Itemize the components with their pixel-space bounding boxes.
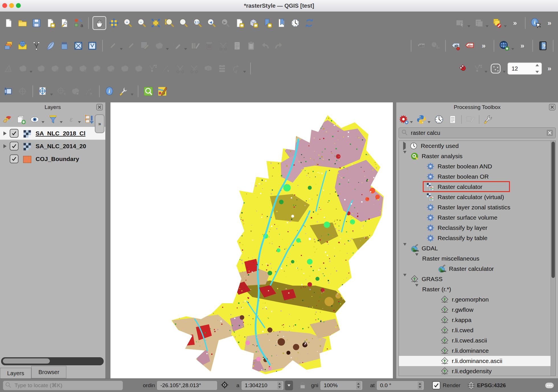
plugin-settings[interactable] [117, 85, 130, 98]
identify-features[interactable]: i [529, 17, 542, 29]
tree-item-label[interactable]: r.li.edgedensity [452, 368, 492, 375]
dropdown-arrow-icon[interactable] [50, 94, 53, 96]
metasearch[interactable] [498, 40, 510, 52]
stepper[interactable] [356, 381, 361, 389]
project-new[interactable] [2, 17, 15, 29]
new-temporary-scratch-layer[interactable] [86, 40, 99, 52]
enable-snapping[interactable] [457, 62, 470, 75]
zoom-native[interactable]: 1:1 [191, 17, 204, 29]
coordinate-field[interactable]: -26.105°,28.013° [157, 381, 218, 390]
dropdown-arrow-icon[interactable] [30, 71, 32, 73]
close-window-button[interactable] [2, 3, 7, 8]
pan-map[interactable] [93, 16, 106, 30]
processing-scripts-icon[interactable] [416, 114, 426, 125]
collapse-arrow-icon[interactable] [403, 276, 406, 282]
tree-item-label[interactable]: Raster analysis [422, 153, 463, 160]
scrollbar-thumb[interactable] [3, 358, 50, 364]
new-virtual-layer[interactable] [72, 40, 85, 52]
results-viewer-icon[interactable] [448, 114, 458, 125]
toolbar-extension[interactable]: » [543, 62, 556, 75]
new-spatialite-layer[interactable] [58, 40, 71, 52]
dock-tab-browser[interactable]: Browser [31, 366, 66, 378]
tree-group[interactable]: Raster analysis [399, 151, 555, 161]
stepper[interactable] [536, 64, 540, 73]
tree-group[interactable]: Raster (r.*) [399, 284, 555, 294]
tree-item-label[interactable]: Recently used [421, 143, 459, 149]
render-checkbox[interactable] [432, 381, 440, 389]
minimize-window-button[interactable] [9, 3, 14, 8]
tree-item-label[interactable]: Raster miscellaneous [422, 255, 479, 262]
show-spatial-bookmarks[interactable] [275, 17, 288, 29]
snapping-tolerance[interactable]: 12 [508, 63, 542, 75]
osm-edit-plugin[interactable] [156, 85, 169, 98]
new-geopackage-layer[interactable] [30, 40, 43, 52]
tree-item-label[interactable]: GRASS [422, 276, 443, 282]
tree-algorithm[interactable]: Raster layer zonal statistics [399, 202, 555, 212]
dropdown-arrow-icon[interactable] [467, 25, 470, 27]
layers-toolbar-more-button[interactable]: » [95, 114, 104, 133]
dropdown-arrow-icon[interactable] [485, 71, 487, 73]
new-spatial-bookmark[interactable] [261, 17, 274, 29]
tree-algorithm[interactable]: Reclassify by table [399, 233, 555, 243]
expand-arrow-icon[interactable] [0, 144, 10, 148]
tree-item-label[interactable]: Reclassify by table [438, 235, 487, 242]
zoom-last[interactable]: ◀ [205, 17, 218, 29]
magnifier-field[interactable]: 100% [320, 381, 363, 390]
temporal-controller[interactable] [289, 17, 301, 29]
tree-item-label[interactable]: Raster (r.*) [422, 286, 451, 293]
tree-algorithm[interactable]: Raster boolean AND [399, 161, 555, 172]
dropdown-arrow-icon[interactable] [428, 121, 430, 123]
layer-checkbox[interactable] [10, 154, 19, 163]
scale-field[interactable]: 1:304210 [241, 381, 284, 390]
zoom-full[interactable] [149, 17, 162, 29]
tree-algorithm[interactable]: r.gwflow [399, 305, 555, 315]
layer-checkbox[interactable] [10, 142, 19, 150]
open-layer-styling-icon[interactable] [2, 114, 13, 125]
layer-item[interactable]: SA_NLC_2014_20 [0, 140, 105, 152]
collapse-arrow-icon[interactable] [403, 153, 406, 159]
tree-item-label[interactable]: r.li.cwed.ascii [452, 337, 487, 344]
expand-arrow-icon[interactable] [403, 143, 406, 148]
processing-search-input[interactable] [399, 127, 556, 138]
processing-models-icon[interactable] [399, 114, 409, 125]
tree-item-label[interactable]: Raster layer zonal statistics [438, 204, 510, 211]
dropdown-arrow-icon[interactable] [503, 71, 506, 73]
tree-algorithm[interactable]: Raster calculator [399, 182, 555, 192]
map-canvas[interactable] [110, 102, 393, 378]
pan-to-selection[interactable] [108, 17, 120, 29]
deselect-all-layers[interactable] [491, 17, 503, 29]
crs-value[interactable]: EPSG:4326 [477, 382, 506, 389]
tree-algorithm[interactable]: Raster calculator (virtual) [399, 192, 555, 202]
toolbar-extension[interactable]: » [477, 40, 490, 52]
tree-algorithm[interactable]: r.geomorphon [399, 294, 555, 305]
refresh-map[interactable] [303, 17, 315, 29]
close-icon[interactable] [548, 103, 556, 111]
highlight-labels[interactable]: abc [463, 40, 476, 52]
render-toggle[interactable]: Render [432, 381, 460, 389]
new-3d-map-view[interactable] [247, 17, 260, 29]
collapse-arrow-icon[interactable] [403, 245, 406, 251]
dropdown-arrow-icon[interactable] [166, 48, 169, 50]
layer-checkbox[interactable] [10, 129, 19, 138]
style-manager[interactable]: a [72, 17, 85, 29]
tree-item-label[interactable]: Raster boolean AND [438, 163, 492, 170]
scrollbar-thumb[interactable] [551, 142, 555, 278]
dock-tab-layers[interactable]: Layers [0, 368, 31, 378]
tree-algorithm[interactable]: Raster surface volume [399, 212, 555, 223]
dropdown-arrow-icon[interactable] [60, 121, 63, 123]
layer-item[interactable]: COJ_Boundary [0, 152, 105, 165]
tree-item-label[interactable]: Reclassify by layer [438, 224, 487, 231]
tree-group[interactable]: GRASS [399, 274, 555, 284]
processing-history-icon[interactable] [434, 114, 444, 125]
lock-scale-icon[interactable] [298, 381, 307, 390]
dropdown-arrow-icon[interactable] [511, 48, 514, 50]
show-layout-manager[interactable] [58, 17, 71, 29]
tree-item-label[interactable]: GDAL [422, 245, 438, 252]
dropdown-arrow-icon[interactable] [78, 121, 81, 123]
scale-dropdown-button[interactable] [285, 381, 293, 390]
zoom-out[interactable]: − [136, 17, 148, 29]
manage-map-themes-icon[interactable] [30, 114, 40, 125]
pin-unpin-labels[interactable]: ab [450, 40, 462, 52]
maximize-window-button[interactable] [16, 3, 21, 8]
layers-horizontal-scrollbar[interactable] [1, 357, 104, 365]
